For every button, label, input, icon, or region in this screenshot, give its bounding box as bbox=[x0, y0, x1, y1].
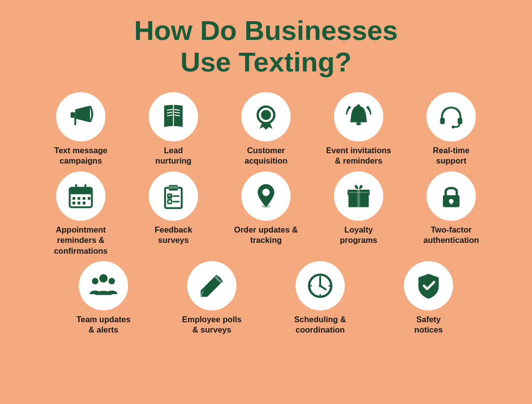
people-icon-circle bbox=[79, 261, 128, 310]
feedback-surveys-label: Feedbacksurveys bbox=[155, 225, 192, 246]
employee-polls-label: Employee polls& surveys bbox=[182, 314, 241, 336]
lock-icon bbox=[436, 181, 466, 211]
svg-point-43 bbox=[92, 278, 99, 284]
pencil-icon-circle bbox=[187, 261, 236, 310]
item-scheduling: Scheduling &coordination bbox=[276, 261, 365, 336]
bell-icon-circle bbox=[334, 92, 383, 141]
svg-rect-25 bbox=[83, 202, 86, 204]
svg-point-42 bbox=[100, 274, 108, 283]
item-event-invitations: Event invitations& reminders bbox=[314, 92, 403, 167]
item-team-updates: Team updates& alerts bbox=[59, 261, 148, 336]
svg-point-33 bbox=[263, 189, 270, 196]
svg-rect-10 bbox=[356, 122, 361, 125]
svg-rect-23 bbox=[72, 202, 75, 204]
svg-point-48 bbox=[319, 284, 322, 287]
order-updates-label: Order updates &tracking bbox=[234, 225, 298, 246]
pencil-icon bbox=[197, 271, 227, 301]
svg-rect-24 bbox=[77, 202, 80, 204]
svg-rect-12 bbox=[440, 118, 445, 124]
scheduling-label: Scheduling &coordination bbox=[294, 314, 346, 336]
headset-icon-circle bbox=[427, 92, 476, 141]
location-icon-circle bbox=[241, 171, 291, 221]
page-title: How Do Businesses Use Texting? bbox=[134, 15, 398, 78]
item-employee-polls: Employee polls& surveys bbox=[167, 261, 256, 336]
headset-icon bbox=[436, 102, 466, 132]
two-factor-label: Two-factorauthentication bbox=[424, 225, 479, 246]
megaphone-icon-circle bbox=[56, 92, 105, 141]
megaphone-icon bbox=[66, 102, 96, 132]
svg-rect-20 bbox=[77, 197, 80, 200]
item-appointment-reminders: Appointmentreminders &confirmations bbox=[36, 171, 125, 256]
items-grid: Text messagecampaigns Leadnurturing bbox=[15, 92, 517, 336]
item-customer-acquisition: Customeracquisition bbox=[222, 92, 310, 167]
item-safety-notices: Safetynotices bbox=[384, 261, 473, 336]
item-order-updates: Order updates &tracking bbox=[222, 171, 310, 256]
safety-notices-label: Safetynotices bbox=[414, 314, 443, 336]
svg-rect-28 bbox=[169, 186, 178, 189]
gift-icon-circle bbox=[334, 171, 383, 221]
item-real-time-support: Real-timesupport bbox=[407, 92, 496, 167]
item-two-factor: Two-factorauthentication bbox=[407, 171, 496, 256]
shield-icon bbox=[414, 271, 443, 301]
svg-point-11 bbox=[357, 104, 360, 107]
calendar-icon-circle bbox=[56, 171, 105, 221]
shield-icon-circle bbox=[404, 261, 453, 310]
item-feedback-surveys: Feedbacksurveys bbox=[129, 171, 218, 256]
svg-rect-19 bbox=[72, 197, 75, 200]
real-time-support-label: Real-timesupport bbox=[433, 145, 469, 167]
appointment-reminders-label: Appointmentreminders &confirmations bbox=[54, 225, 107, 256]
svg-rect-22 bbox=[88, 197, 91, 200]
gift-icon bbox=[344, 181, 373, 211]
svg-point-14 bbox=[452, 126, 455, 129]
location-icon bbox=[251, 181, 281, 211]
svg-rect-41 bbox=[450, 201, 452, 204]
book-icon-circle bbox=[149, 92, 198, 141]
row-2: Appointmentreminders &confirmations Feed… bbox=[15, 171, 517, 256]
clock-icon bbox=[305, 271, 335, 301]
row-3: Team updates& alerts Employee polls& sur… bbox=[15, 261, 517, 336]
clipboard-icon-circle bbox=[149, 171, 198, 221]
row-1: Text messagecampaigns Leadnurturing bbox=[15, 92, 517, 167]
lock-icon-circle bbox=[427, 171, 476, 221]
svg-rect-30 bbox=[168, 200, 172, 203]
svg-rect-16 bbox=[70, 188, 92, 194]
item-loyalty-programs: Loyaltyprograms bbox=[314, 171, 403, 256]
item-text-message-campaigns: Text messagecampaigns bbox=[36, 92, 125, 167]
svg-point-34 bbox=[262, 204, 271, 208]
clock-icon-circle bbox=[296, 261, 345, 310]
calendar-icon bbox=[66, 181, 96, 211]
medal-icon-circle bbox=[241, 92, 291, 141]
svg-rect-0 bbox=[70, 112, 75, 117]
lead-nurturing-label: Leadnurturing bbox=[155, 145, 191, 167]
people-icon bbox=[89, 271, 118, 301]
loyalty-programs-label: Loyaltyprograms bbox=[340, 225, 377, 246]
team-updates-label: Team updates& alerts bbox=[76, 314, 131, 336]
book-icon bbox=[159, 102, 188, 132]
event-invitations-label: Event invitations& reminders bbox=[326, 145, 391, 167]
item-lead-nurturing: Leadnurturing bbox=[129, 92, 218, 167]
bell-icon bbox=[344, 102, 373, 132]
clipboard-icon bbox=[159, 181, 188, 211]
text-message-campaigns-label: Text messagecampaigns bbox=[54, 145, 107, 167]
svg-point-44 bbox=[108, 278, 115, 284]
svg-point-9 bbox=[261, 110, 271, 120]
customer-acquisition-label: Customeracquisition bbox=[244, 145, 287, 167]
medal-icon bbox=[251, 102, 281, 132]
svg-rect-21 bbox=[83, 197, 86, 200]
